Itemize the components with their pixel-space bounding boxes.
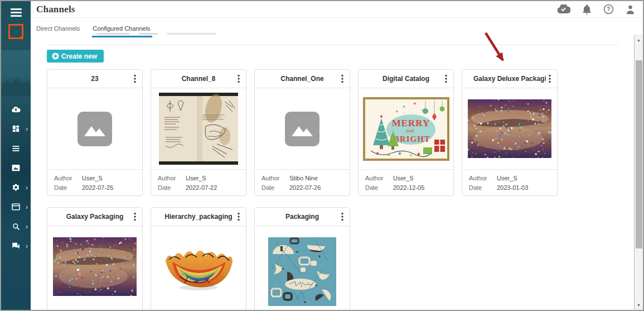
- sidebar-item-search[interactable]: ›: [1, 217, 31, 236]
- sidebar-item-list-menu[interactable]: [1, 138, 31, 158]
- vertical-scrollbar[interactable]: ▲ ▼: [634, 35, 643, 310]
- channel-card[interactable]: Channel_8 AuthorUser_S Date2022-07-22: [151, 69, 246, 196]
- merry-and-bright-card-thumbnail: MERRYandBRIGHT✷✶✷✶✶: [359, 88, 453, 169]
- glass-bowl-thumbnail: [151, 226, 246, 310]
- channel-card-header: Channel_One: [255, 70, 350, 88]
- author-label: Author: [158, 174, 186, 183]
- date-label: Date: [469, 183, 497, 193]
- chevron-right-icon: ›: [26, 203, 28, 210]
- page-title: Channels: [36, 4, 75, 15]
- help-icon[interactable]: ?: [603, 4, 614, 15]
- kebab-menu-button[interactable]: [546, 73, 554, 85]
- channel-card[interactable]: Digital Catalog MERRYandBRIGHT✷✶✷✶✶ Auth…: [358, 69, 454, 196]
- sidebar-item-cloud-upload[interactable]: [1, 99, 31, 119]
- author-value: User_S: [393, 174, 414, 183]
- kebab-menu-button[interactable]: [235, 210, 243, 223]
- kebab-menu-button[interactable]: [338, 73, 346, 85]
- date-value: 2022-07-25: [82, 183, 113, 193]
- plus-icon: [52, 52, 59, 60]
- kebab-menu-icon: [341, 213, 343, 221]
- davinci-sketch-thumbnail: [151, 88, 246, 169]
- channel-card-title: Packaging: [285, 213, 319, 221]
- author-label: Author: [262, 174, 289, 183]
- glass-bowl-image: [161, 237, 236, 295]
- sidebar-item-settings-gear[interactable]: ›: [1, 178, 31, 197]
- svg-text:✶: ✶: [421, 108, 424, 112]
- author-value: User_S: [82, 174, 103, 183]
- search-icon: [12, 223, 20, 231]
- chevron-right-icon: ›: [26, 184, 28, 190]
- tab-configured-channels[interactable]: Configured Channels: [93, 25, 150, 37]
- channel-card[interactable]: Galaxy Deluxe Packaging AuthorUser_S Dat…: [462, 69, 558, 196]
- kebab-menu-icon: [134, 75, 136, 83]
- channel-card[interactable]: Galaxy Packaging: [47, 207, 143, 310]
- date-value: 2022-07-22: [186, 183, 217, 193]
- channel-card-meta: AuthorUser_S Date2022-12-05: [359, 169, 453, 195]
- hamburger-menu-icon[interactable]: [11, 8, 22, 18]
- kebab-menu-button[interactable]: [338, 210, 346, 223]
- kebab-menu-icon: [238, 75, 240, 83]
- channel-card[interactable]: 23 AuthorUser_S Date2022-07-25: [47, 69, 143, 196]
- author-label: Author: [469, 174, 497, 183]
- tab-direct-channels[interactable]: Direct Channels: [36, 25, 80, 37]
- retro-pattern-image: [268, 237, 336, 306]
- kebab-menu-icon: [341, 75, 343, 83]
- svg-text:✶: ✶: [395, 109, 399, 113]
- galaxy-glitter-image: [53, 237, 137, 296]
- dashboard-icon: [12, 125, 20, 133]
- kebab-menu-icon: [549, 75, 551, 83]
- kebab-menu-button[interactable]: [442, 73, 450, 85]
- tab-bar: Direct ChannelsConfigured Channels: [31, 18, 643, 40]
- date-label: Date: [158, 183, 186, 193]
- davinci-sketch-image: [159, 93, 238, 165]
- kebab-menu-icon: [238, 213, 240, 221]
- svg-text:✶: ✶: [402, 104, 406, 109]
- kebab-menu-icon: [445, 75, 447, 83]
- galaxy-glitter-thumbnail: [462, 88, 557, 169]
- sidebar: ›››››: [1, 1, 31, 310]
- cloud-upload-icon: [11, 106, 21, 113]
- svg-text:MERRY: MERRY: [391, 118, 430, 128]
- kebab-menu-button[interactable]: [131, 73, 139, 85]
- channel-card-title: 23: [91, 75, 98, 83]
- sidebar-item-dashboard[interactable]: ›: [1, 119, 31, 138]
- channel-card-grid: 23 AuthorUser_S Date2022-07-25 Channel_8…: [47, 69, 643, 310]
- merry-and-bright-card-image: MERRYandBRIGHT✷✶✷✶✶: [363, 97, 449, 161]
- channel-card-header: Hierarchy_packaging: [151, 208, 246, 226]
- channel-card[interactable]: Channel_One AuthorStibo Nine Date2022-07…: [254, 69, 350, 196]
- image-placeholder: [255, 88, 350, 169]
- channel-card-header: Channel_8: [151, 70, 246, 88]
- kebab-menu-icon: [134, 213, 136, 221]
- scrollbar-thumb[interactable]: [636, 60, 642, 248]
- date-value: 2022-12-05: [393, 183, 424, 193]
- sidebar-item-image-assets[interactable]: [1, 158, 31, 178]
- author-label: Author: [365, 174, 393, 183]
- channel-card-title: Channel_8: [182, 75, 216, 83]
- channel-card-title: Digital Catalog: [382, 75, 429, 83]
- user-profile-icon[interactable]: [626, 4, 635, 15]
- main-area: Channels ? Direct ChannelsConfigured Cha…: [31, 1, 643, 310]
- channel-card-title: Hierarchy_packaging: [164, 213, 232, 221]
- image-placeholder-icon: [285, 112, 319, 146]
- channel-card-meta: AuthorUser_S Date2023-01-03: [462, 169, 557, 195]
- sidebar-item-messages[interactable]: ›: [1, 236, 31, 256]
- scroll-down-arrow-icon[interactable]: ▼: [635, 301, 643, 309]
- create-new-button[interactable]: Create new: [47, 50, 104, 63]
- scroll-up-arrow-icon[interactable]: ▲: [635, 36, 643, 44]
- svg-text:BRIGHT: BRIGHT: [393, 135, 430, 143]
- svg-text:?: ?: [607, 6, 610, 12]
- notifications-bell-icon[interactable]: [582, 4, 592, 15]
- date-label: Date: [365, 183, 393, 193]
- image-placeholder-icon: [78, 112, 112, 146]
- sidebar-item-card-view[interactable]: ›: [1, 197, 31, 217]
- channels-scroll-area[interactable]: Create new 23 AuthorUser_S Date2022-07-2…: [31, 40, 643, 310]
- channel-card[interactable]: Hierarchy_packaging: [151, 207, 246, 310]
- cloud-sync-icon[interactable]: [556, 4, 570, 14]
- kebab-menu-button[interactable]: [131, 210, 139, 223]
- channel-card-header: Galaxy Deluxe Packaging: [462, 70, 557, 88]
- kebab-menu-button[interactable]: [235, 73, 243, 85]
- date-label: Date: [262, 183, 289, 193]
- galaxy-glitter-image: [468, 99, 551, 158]
- svg-text:and: and: [406, 128, 414, 133]
- channel-card[interactable]: Packaging: [254, 207, 350, 310]
